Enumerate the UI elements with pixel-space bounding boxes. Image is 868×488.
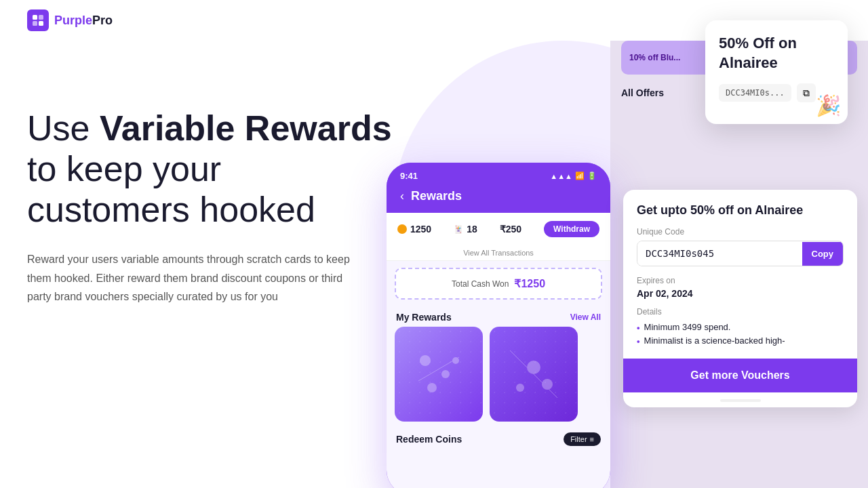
coin-icon	[397, 224, 407, 234]
svg-rect-1	[39, 15, 43, 20]
card-icon: 🃏	[454, 225, 463, 234]
coupon-popup: 50% Off on Alnairee DCC34MI0s... ⧉ 🎉	[705, 20, 848, 124]
phone-body: 1250 🃏 18 ₹250 Withdraw View All Transac…	[387, 213, 610, 488]
coupon-code-display: DCC34MI0s...	[719, 84, 791, 102]
hero-description: Reward your users variable amounts throu…	[27, 250, 366, 306]
rewards-stats-row: 1250 🃏 18 ₹250 Withdraw	[387, 213, 610, 245]
hero-title: Use Variable Rewards to keep your custom…	[27, 108, 393, 230]
total-cash-won-box: Total Cash Won ₹1250	[395, 268, 602, 300]
unique-code-label: Unique Code	[637, 227, 844, 237]
get-more-vouchers-button[interactable]: Get more Vouchers	[623, 359, 857, 392]
svg-line-12	[510, 350, 557, 398]
svg-point-4	[420, 355, 431, 366]
detail-code-row: Copy	[637, 241, 844, 266]
coins-value: 1250	[410, 224, 431, 235]
all-offers-title: All Offers	[621, 87, 664, 98]
detail-copy-button[interactable]: Copy	[802, 242, 844, 266]
phone-header: ‹ Rewards	[387, 185, 610, 213]
my-rewards-title: My Rewards	[396, 312, 452, 323]
cards-stat: 🃏 18	[454, 224, 477, 235]
total-cash-label: Total Cash Won	[452, 279, 509, 289]
redeem-title: Redeem Coins	[396, 434, 462, 445]
status-icons: ▲▲▲ 📶 🔋	[550, 171, 597, 180]
bullet-1: Minimum 3499 spend.	[637, 321, 844, 334]
coupon-popup-title: 50% Off on Alnairee	[719, 34, 834, 73]
my-rewards-header: My Rewards View All	[387, 306, 610, 327]
logo: PurplePurpleProPro	[27, 9, 113, 31]
cards-value: 18	[467, 224, 477, 235]
my-rewards-view-all[interactable]: View All	[570, 312, 601, 322]
copy-code-button[interactable]: ⧉	[797, 83, 816, 102]
reward-card-1[interactable]	[395, 327, 483, 422]
left-content: Use Variable Rewards to keep your custom…	[27, 41, 393, 306]
svg-point-10	[516, 384, 524, 392]
detail-card: Get upto 50% off on Alnairee Unique Code…	[623, 190, 857, 407]
logo-text: PurplePurpleProPro	[54, 14, 113, 28]
detail-offer-title: Get upto 50% off on Alnairee	[637, 203, 844, 218]
small-offer-text: 10% off Blu...	[629, 53, 680, 62]
reward-card-2[interactable]	[490, 327, 578, 422]
coins-stat: 1250	[397, 224, 431, 235]
confetti-icon: 🎉	[816, 94, 841, 117]
rewards-cards-row	[387, 327, 610, 422]
svg-point-6	[427, 383, 437, 392]
details-bullets: Minimum 3499 spend. Minimalist is a scie…	[637, 321, 844, 348]
scroll-indicator	[720, 399, 761, 402]
details-label: Details	[637, 307, 844, 317]
cash-stat: ₹250	[500, 224, 521, 235]
phone-mockup: 9:41 ▲▲▲ 📶 🔋 ‹ Rewards 1250 🃏 18 ₹250 Wi…	[387, 163, 610, 488]
detail-card-inner: Get upto 50% off on Alnairee Unique Code…	[623, 190, 857, 348]
card-pattern-2	[490, 327, 578, 422]
withdraw-button[interactable]: Withdraw	[544, 221, 599, 237]
phone-screen-title: Rewards	[411, 189, 462, 203]
phone-status-bar: 9:41 ▲▲▲ 📶 🔋	[387, 163, 610, 185]
unique-code-input[interactable]	[637, 241, 802, 266]
expires-on-label: Expires on	[637, 276, 844, 285]
svg-rect-3	[39, 21, 43, 26]
redeem-coins-section: Redeem Coins Filter ≡	[387, 427, 610, 449]
svg-rect-2	[33, 21, 37, 26]
svg-point-5	[441, 370, 450, 378]
svg-point-9	[527, 361, 540, 374]
card-pattern-1	[395, 327, 483, 422]
cash-value: ₹250	[500, 224, 521, 235]
logo-icon	[27, 9, 49, 31]
view-transactions-link[interactable]: View All Transactions	[387, 245, 610, 261]
total-cash-amount: ₹1250	[514, 277, 545, 290]
status-time: 9:41	[400, 171, 418, 181]
filter-button[interactable]: Filter ≡	[564, 432, 601, 446]
expires-date: Apr 02, 2024	[637, 288, 844, 299]
svg-rect-0	[33, 15, 37, 20]
back-arrow-icon[interactable]: ‹	[400, 189, 404, 203]
bullet-2: Minimalist is a science-backed high-	[637, 334, 844, 348]
